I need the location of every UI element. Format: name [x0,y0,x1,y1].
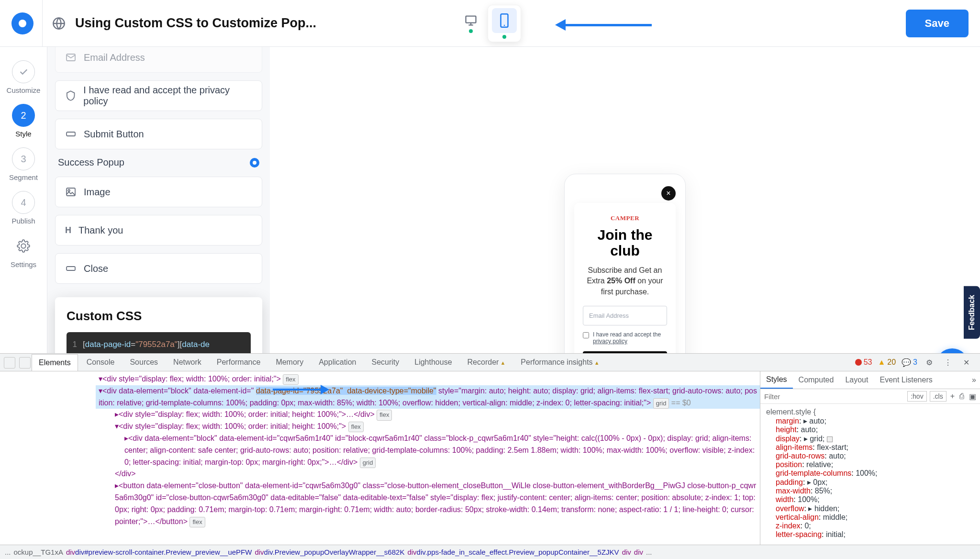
form-item-email[interactable]: Email Address [55,47,262,73]
elements-tree[interactable]: ▾<div style="display: flex; width: 100%;… [0,371,760,545]
nav-publish[interactable]: 4 Publish [11,191,35,225]
popup-subtext: Subscribe and Get an Extra 25% Off on yo… [583,265,667,297]
nav-segment[interactable]: 3 Segment [9,147,38,181]
devtools-tabs: Elements Console Sources Network Perform… [0,354,980,371]
tab-performance[interactable]: Performance [210,354,267,370]
tab-lighthouse[interactable]: Lighthouse [408,354,458,370]
app-logo[interactable] [11,12,33,34]
step-number: 4 [12,191,35,214]
popup-close-button[interactable]: × [661,186,676,201]
computed-icon[interactable]: ▣ [969,392,976,401]
styles-filter-input[interactable] [764,392,904,401]
styles-tab-listeners[interactable]: Event Listeners [874,372,938,388]
svg-rect-2 [466,16,476,22]
popup-brand-logo: CAMPER [583,214,667,222]
svg-point-4 [504,24,505,26]
css-rules-list[interactable]: element.style { margin: ▸ auto; height: … [760,404,980,545]
add-rule-icon[interactable]: + [950,392,955,401]
nav-label: Segment [9,173,38,181]
step-number: 2 [12,104,35,127]
divider [42,0,43,47]
tab-network[interactable]: Network [167,354,208,370]
styles-pane: Styles Computed Layout Event Listeners »… [760,371,980,545]
feedback-tab[interactable]: Feedback [964,286,980,339]
nav-label: Customize [7,86,41,94]
section-title: Success Popup [58,157,124,168]
gear-icon [12,235,35,257]
tab-console[interactable]: Console [80,354,122,370]
step-number: 3 [12,147,35,170]
popup-consent-checkbox[interactable]: I have read and accept the privacy polic… [583,331,667,345]
warning-count[interactable]: 20 [878,358,896,367]
checkbox[interactable] [583,332,589,338]
form-item-label: Email Address [84,52,145,63]
breadcrumb-bar[interactable]: ... ockup__TG1xA divdiv#preview-scroll-c… [0,545,980,559]
device-desktop-button[interactable] [459,11,483,35]
page-title: Using Custom CSS to Customize Pop... [75,16,316,31]
tab-sources[interactable]: Sources [123,354,165,370]
tab-application[interactable]: Application [312,354,363,370]
gear-icon[interactable]: ⚙ [923,358,935,367]
globe-icon[interactable] [51,16,67,31]
tab-memory[interactable]: Memory [269,354,310,370]
cls-pill[interactable]: .cls [930,391,947,402]
arrow-annotation [555,19,652,31]
heading-icon: H [65,225,71,235]
inspect-icon[interactable] [4,357,15,369]
save-button[interactable]: Save [906,10,969,37]
svg-point-9 [68,190,70,191]
nav-style[interactable]: 2 Style [12,104,35,138]
svg-rect-7 [67,132,75,136]
form-item-privacy[interactable]: I have read and accept the privacy polic… [55,80,262,111]
svg-rect-8 [67,188,75,196]
svg-point-0 [19,20,26,27]
form-item-label: Close [84,263,108,274]
more-icon[interactable]: ⋮ [941,358,955,367]
check-icon [12,60,35,83]
print-icon[interactable]: ⎙ [959,392,964,401]
form-item-close[interactable]: Close [55,253,262,284]
status-dot [469,29,473,33]
custom-css-title: Custom CSS [67,309,251,324]
form-item-label: I have read and accept the privacy polic… [83,85,252,107]
styles-tab-styles[interactable]: Styles [760,371,793,389]
tab-recorder[interactable]: Recorder [461,354,512,370]
nav-label: Style [15,130,31,138]
popup-headline: Join the club [583,227,667,258]
tab-perf-insights[interactable]: Performance insights [514,354,606,370]
form-item-label: Submit Button [84,129,144,140]
nav-label: Settings [11,260,36,268]
close-icon[interactable]: ✕ [960,358,972,367]
device-toolbar-icon[interactable] [19,357,31,369]
svg-rect-10 [67,267,75,270]
form-item-image[interactable]: Image [55,177,262,207]
styles-tab-computed[interactable]: Computed [793,372,840,388]
form-item-label: Thank you [78,225,123,236]
radio-active-icon[interactable] [250,158,259,168]
error-count[interactable]: 53 [855,358,872,367]
nav-label: Publish [11,217,35,225]
arrow-annotation [273,385,329,394]
section-success-popup[interactable]: Success Popup [55,157,262,168]
tab-security[interactable]: Security [365,354,406,370]
popup-email-input[interactable]: Email Address [583,306,667,325]
form-item-submit[interactable]: Submit Button [55,119,262,149]
devtools-panel: Elements Console Sources Network Perform… [0,353,980,559]
hov-pill[interactable]: :hov [907,391,926,402]
tab-elements[interactable]: Elements [32,354,78,371]
nav-settings[interactable]: Settings [11,235,36,268]
form-item-thankyou[interactable]: H Thank you [55,215,262,246]
status-dot [502,35,506,39]
device-mobile-button[interactable] [488,5,521,42]
form-item-label: Image [84,187,111,198]
device-toggle-group [459,5,521,42]
message-count[interactable]: 💬 3 [902,358,917,367]
nav-customize[interactable]: Customize [7,60,41,94]
styles-tab-layout[interactable]: Layout [839,372,874,388]
